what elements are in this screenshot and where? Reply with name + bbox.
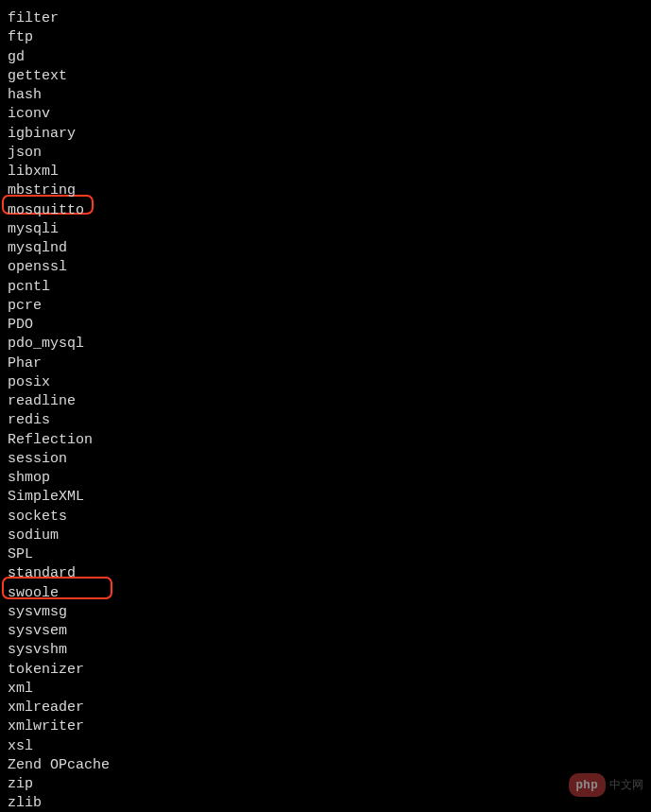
module-item: sysvshm bbox=[8, 641, 643, 660]
module-item: PDO bbox=[8, 316, 643, 335]
module-item: swoole bbox=[8, 584, 643, 603]
module-item: sockets bbox=[8, 508, 643, 527]
module-item: pcre bbox=[8, 297, 643, 316]
module-item: zlib bbox=[8, 794, 643, 812]
module-item: mysqlnd bbox=[8, 239, 643, 258]
module-item: ftp bbox=[8, 28, 643, 47]
php-modules-list: filter ftp gd gettext hash iconv igbinar… bbox=[8, 9, 643, 812]
module-item: SPL bbox=[8, 545, 643, 564]
module-item: sodium bbox=[8, 527, 643, 545]
module-item: iconv bbox=[8, 105, 643, 124]
module-item: libxml bbox=[8, 163, 643, 181]
module-item: xmlreader bbox=[8, 699, 643, 717]
module-item: sysvmsg bbox=[8, 603, 643, 622]
module-item: pdo_mysql bbox=[8, 335, 643, 354]
module-item: xml bbox=[8, 680, 643, 699]
module-item: gd bbox=[8, 48, 643, 67]
module-item: mbstring bbox=[8, 181, 643, 200]
module-item: xsl bbox=[8, 737, 643, 756]
module-item: sysvsem bbox=[8, 622, 643, 641]
module-item: json bbox=[8, 144, 643, 163]
module-item: SimpleXML bbox=[8, 488, 643, 507]
module-item: hash bbox=[8, 86, 643, 105]
module-item: posix bbox=[8, 373, 643, 392]
module-item: xmlwriter bbox=[8, 717, 643, 736]
module-item: zip bbox=[8, 775, 643, 794]
module-item: Reflection bbox=[8, 431, 643, 450]
module-item: standard bbox=[8, 564, 643, 583]
module-item: mosquitto bbox=[8, 201, 643, 220]
watermark: php 中文网 bbox=[569, 773, 644, 796]
module-item: shmop bbox=[8, 469, 643, 488]
watermark-text: 中文网 bbox=[609, 775, 643, 794]
module-item: readline bbox=[8, 392, 643, 411]
module-item: gettext bbox=[8, 67, 643, 86]
module-item: mysqli bbox=[8, 220, 643, 239]
module-item: Phar bbox=[8, 354, 643, 373]
module-item: session bbox=[8, 450, 643, 469]
watermark-badge: php bbox=[569, 773, 607, 796]
module-item: pcntl bbox=[8, 278, 643, 297]
module-item: igbinary bbox=[8, 125, 643, 144]
module-item: tokenizer bbox=[8, 661, 643, 680]
module-item: filter bbox=[8, 9, 643, 28]
module-item: Zend OPcache bbox=[8, 756, 643, 775]
module-item: openssl bbox=[8, 258, 643, 277]
module-item: redis bbox=[8, 411, 643, 430]
